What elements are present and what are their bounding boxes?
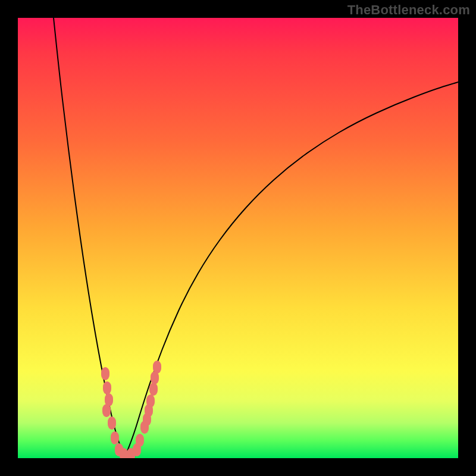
marker-dot [136,434,144,447]
marker-dot [153,361,161,374]
marker-dot [146,394,155,408]
chart-frame: TheBottleneck.com [0,0,476,476]
marker-dot [111,431,119,444]
marker-dot [149,383,158,396]
marker-dot [103,381,111,394]
marker-dot [108,416,116,430]
curve-right-branch [125,82,458,457]
marker-group [101,361,161,458]
curve-left-branch [54,18,125,457]
plot-overlay [18,18,458,458]
marker-dot [101,367,109,380]
watermark-text: TheBottleneck.com [347,2,470,18]
marker-dot [102,404,111,417]
